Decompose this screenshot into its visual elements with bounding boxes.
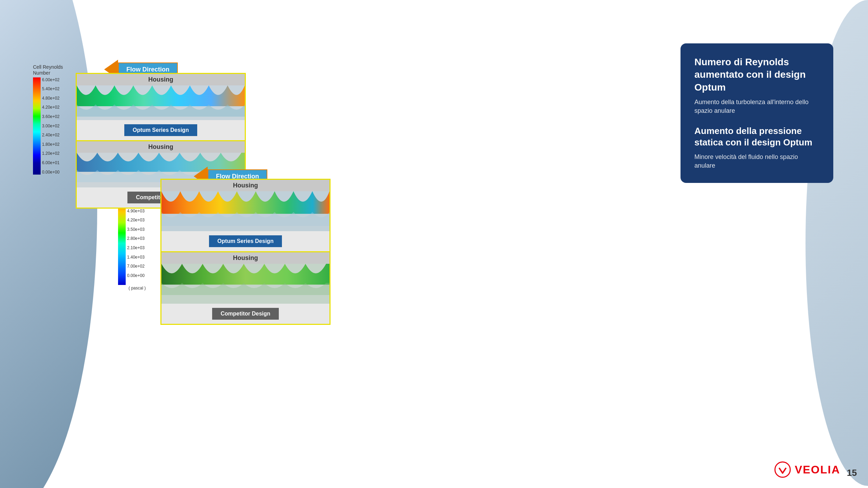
- optum-series-button-bottom[interactable]: Optum Series Design: [209, 235, 282, 247]
- scale-label: 5.40e+02: [42, 86, 59, 91]
- info-box: Numero di Reynolds aumentato con il desi…: [681, 43, 833, 183]
- scale-label: 1.20e+02: [42, 151, 59, 156]
- scale-label: 4.20e+02: [42, 105, 59, 110]
- scale-label: 4.90e+03: [127, 209, 144, 213]
- bottom-competitor-header: Housing: [161, 252, 329, 264]
- bottom-competitor-waves: [161, 264, 329, 304]
- scale-label: 6.00e+02: [42, 77, 59, 82]
- scale-label: 2.40e+02: [42, 133, 59, 137]
- veolia-logo: VEOLIA: [774, 461, 840, 478]
- scale-label: 0.00e+00: [42, 170, 59, 175]
- top-optum-waves: [77, 85, 245, 120]
- bottom-optum-waves: [161, 191, 329, 231]
- info-subtext-2: Minore velocità del fluido nello spazio …: [694, 153, 819, 170]
- scale-label: 1.40e+03: [127, 255, 144, 260]
- bottom-competitor-panel: Housing: [160, 251, 331, 325]
- optum-wave-svg: [77, 85, 245, 120]
- bottom-optum-btn-container: Optum Series Design: [161, 231, 329, 251]
- color-bar-reynolds: [33, 77, 41, 175]
- competitor-design-button-bottom[interactable]: Competitor Design: [212, 308, 278, 320]
- scale-label: 3.60e+02: [42, 114, 59, 119]
- scale-label: 7.00e+02: [127, 264, 144, 269]
- info-subtext-1: Aumento della turbolenza all'interno del…: [694, 98, 819, 115]
- scale-label: 2.80e+03: [127, 236, 144, 241]
- optum-btn-container: Optum Series Design: [77, 120, 245, 140]
- optum-wave-svg-bottom: [161, 191, 329, 231]
- scale-label: 3.50e+03: [127, 227, 144, 232]
- scale-label: 1.80e+02: [42, 142, 59, 147]
- bottom-cfd-container: Housing: [160, 179, 331, 325]
- veolia-icon: [774, 461, 791, 478]
- scale-label: 6.00e+01: [42, 160, 59, 165]
- scale-label: 3.00e+02: [42, 124, 59, 128]
- page-number: 15: [847, 468, 857, 478]
- bottom-competitor-btn-container: Competitor Design: [161, 304, 329, 324]
- top-competitor-header: Housing: [77, 141, 245, 153]
- cell-reynolds-legend: Cell Reynolds Number 6.00e+02 5.40e+02 4…: [33, 64, 68, 175]
- info-heading-2: Aumento della pressione statica con il d…: [694, 125, 819, 149]
- info-heading-1: Numero di Reynolds aumentato con il desi…: [694, 56, 819, 94]
- scale-labels-reynolds: 6.00e+02 5.40e+02 4.80e+02 4.20e+02 3.60…: [41, 77, 59, 175]
- top-optum-header: Housing: [77, 74, 245, 85]
- scale-label: 4.80e+02: [42, 96, 59, 101]
- bottom-optum-header: Housing: [161, 180, 329, 191]
- scale-label: 4.20e+03: [127, 218, 144, 222]
- scale-label: 2.10e+03: [127, 245, 144, 250]
- legend-title: Cell Reynolds Number: [33, 64, 68, 76]
- competitor-wave-svg-bottom: [161, 264, 329, 304]
- bottom-optum-panel: Housing: [160, 179, 331, 251]
- top-optum-panel: Housing: [76, 73, 246, 140]
- optum-series-button-top[interactable]: Optum Series Design: [124, 124, 197, 136]
- pascal-unit: ( pascal ): [118, 286, 156, 291]
- svg-point-4: [775, 462, 790, 477]
- scale-label: 0.00e+00: [127, 273, 144, 278]
- veolia-brand-text: VEOLIA: [795, 463, 840, 476]
